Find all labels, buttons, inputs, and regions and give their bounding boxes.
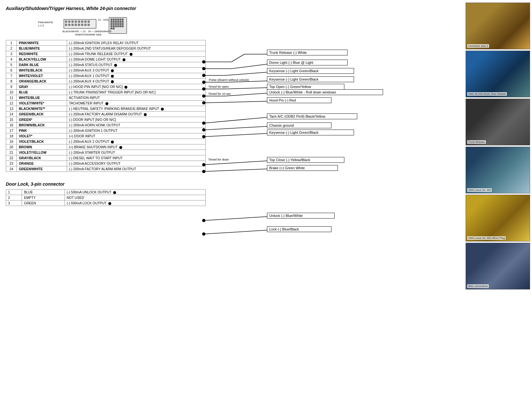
table-row: 5 DARK BLUE (-) 200mA STATUS OUTPUT [6, 62, 206, 68]
row-desc: (-) 200mA STARTER OUTPUT [67, 150, 205, 155]
svg-line-64 [228, 81, 267, 82]
svg-line-71 [204, 101, 267, 103]
row-num: 12 [6, 101, 17, 106]
row-wire: WHITE/BLACK [17, 68, 67, 73]
row-wire: BLACK/WHITE** [17, 106, 67, 112]
row-desc: ACTIVATION INPUT [67, 95, 205, 101]
callout-brake: Brake (+) Green White [267, 165, 338, 171]
svg-rect-18 [88, 24, 90, 26]
photos-column: Connector area 1 2004 SCX30 Driver Door … [464, 0, 532, 292]
row-desc: NOT USED [64, 195, 205, 201]
row-num: 3 [6, 51, 17, 57]
table-row: 8 ORANGE/BLACK (-) 200mA AUX 4 OUTPUT [6, 79, 206, 84]
row-num: 22 [6, 155, 17, 161]
svg-rect-16 [81, 24, 83, 26]
row-desc: (-) 200mA STATUS OUTPUT [67, 62, 205, 68]
svg-rect-29 [115, 21, 117, 23]
photo-4: 2004 Lexus SC 430 [466, 147, 530, 193]
row-num: 14 [6, 112, 17, 117]
callout-trunk-release: Trunk Release (-) White [267, 50, 348, 55]
svg-rect-22 [113, 19, 114, 20]
row-wire: PINK/WHITE [17, 40, 67, 46]
table-row: 10 BLUE (-) TRUNK PIN/INSTANT TRIGGER IN… [6, 90, 206, 95]
row-num: 16 [6, 122, 17, 128]
svg-rect-23 [115, 19, 117, 20]
row-num: 1 [6, 40, 17, 46]
row-desc: (-) HOOD PIN INPUT [N/O OR N/C] [67, 84, 205, 90]
svg-rect-37 [120, 23, 121, 25]
table-row: 12 VIOLET/WHITE* TACHOMETER INPUT [6, 101, 206, 106]
svg-line-77 [204, 133, 267, 137]
label-pulse-disarm: Pulse (disarm without unlock) [209, 78, 267, 82]
row-wire: DARK BLUE [17, 62, 67, 68]
svg-rect-26 [122, 19, 123, 20]
row-num: 17 [6, 128, 17, 133]
row-wire: BROWN [17, 144, 67, 150]
row-wire: WHITE/BLUE [17, 95, 67, 101]
svg-rect-32 [122, 21, 123, 23]
row-wire: BLUE [22, 190, 64, 195]
callout-unlock: Unlock (-) Blue/White - Roll down window… [267, 89, 383, 95]
label-timed-open: Timed for open [208, 85, 250, 88]
row-num: 5 [6, 62, 17, 68]
table-row: 4 BLACK/YELLOW (-) 200mA DOME LIGHT OUTP… [6, 57, 206, 62]
svg-rect-27 [111, 21, 112, 23]
svg-line-75 [204, 126, 267, 130]
row-desc: (-) NEUTRAL SAFETY /PARKING BRAKE/E-BRAK… [67, 106, 205, 112]
svg-rect-31 [120, 21, 121, 23]
table-row: 1 BLUE (-) 500mA UNLOCK OUTPUT [6, 190, 206, 195]
photo-3-label: Trunk Release [467, 140, 486, 144]
row-wire: PINK [17, 128, 67, 133]
svg-rect-14 [75, 24, 77, 26]
svg-rect-6 [75, 21, 77, 23]
svg-rect-8 [81, 21, 83, 23]
row-num: 24 [6, 166, 17, 172]
svg-rect-44 [122, 25, 123, 27]
table-row: 19 VIOLET/BLACK (-) 200mA AUX 2 OUTPUT [6, 139, 206, 144]
table-row: 2 EMPTY NOT USED [6, 195, 206, 201]
row-desc: (+) DOOR INPUT [67, 133, 205, 139]
svg-rect-17 [84, 24, 86, 26]
callout-unlock-door: Unlock (-) Blue/White [267, 213, 335, 219]
row-num: 23 [6, 161, 17, 166]
row-num: 3 [6, 201, 22, 206]
svg-rect-4 [68, 21, 70, 23]
row-wire: GREEN/WHITE [17, 166, 67, 172]
row-num: 18 [6, 133, 17, 139]
photo-1: Connector area 1 [466, 3, 530, 49]
svg-point-86 [202, 232, 205, 236]
row-desc: (-) DOOR INPUT [N/O OR N/C] [67, 117, 205, 122]
svg-text:PINK/WHITE: PINK/WHITE [38, 21, 53, 24]
callout-dome-light: Dome Light (-) Blue @ Light [267, 60, 348, 65]
photo-5: 2004 Lexus SC 430 HID12 Plug [466, 195, 530, 241]
connector-diagram: PINK/WHITE 1 2 3 [38, 14, 461, 36]
row-wire: VIOLET/WHITE* [17, 101, 67, 106]
svg-rect-11 [65, 24, 67, 26]
row-wire: GRAY/BLACK [17, 155, 67, 161]
svg-rect-12 [68, 24, 70, 26]
row-num: 20 [6, 144, 17, 150]
table-row: 24 GREEN/WHITE (-) 200mA FACTORY ALARM A… [6, 166, 206, 172]
callout-hood-pin: Hood Pin (-) Red [267, 97, 331, 103]
table-row: 7 WHITE/VIOLET (-) 200mA AUX 1 OUTPUT [6, 73, 206, 79]
table-row: 3 GREEN (-) 500mA LOCK OUTPUT [6, 201, 206, 206]
row-desc: (-) 200mA AUX 3 OUTPUT [67, 68, 205, 73]
row-num: 13 [6, 106, 17, 112]
svg-line-73 [204, 117, 267, 123]
row-wire: BLUE [17, 90, 67, 95]
row-desc: (-) 200mA IGNITION 2/FLEX RELAY OUTPUT [67, 40, 205, 46]
photo-4-label: 2004 Lexus SC 430 [467, 188, 492, 192]
table-row: 16 BROWN/BLACK (-) 200mA HORN HONK OUTPU… [6, 122, 206, 128]
table-row: 23 ORANGE (-) 200mA ACCESSORY OUTPUT [6, 161, 206, 166]
photo-6: Wire connections [466, 243, 530, 289]
row-num: 9 [6, 84, 17, 90]
callout-top-open: Top Open (-) Green/Yellow [267, 84, 344, 90]
main-wiring-table: 1 PINK/WHITE (-) 200mA IGNITION 2/FLEX R… [6, 40, 206, 172]
svg-rect-28 [113, 21, 114, 23]
row-wire: VIOLET/BLACK [17, 139, 67, 144]
row-wire: ORANGE [17, 161, 67, 166]
row-desc: (-) 500mA UNLOCK OUTPUT [64, 190, 205, 195]
table-row: 13 BLACK/WHITE** (-) NEUTRAL SAFETY /PAR… [6, 106, 206, 112]
row-desc: (-) 200mA ACCESSORY OUTPUT [67, 161, 205, 166]
svg-rect-36 [117, 23, 119, 25]
